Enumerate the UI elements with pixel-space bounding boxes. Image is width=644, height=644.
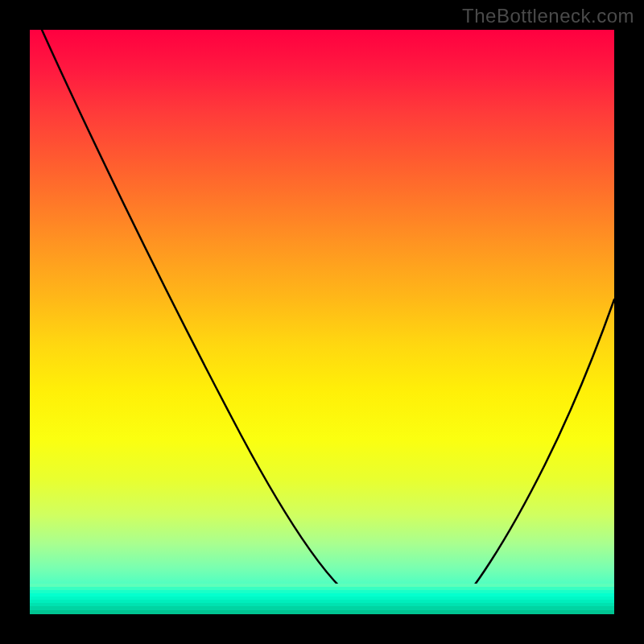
chart-plot-area: [30, 30, 614, 614]
chart-main-curve: [42, 30, 614, 610]
watermark-text: TheBottleneck.com: [462, 5, 634, 27]
chart-curve-svg: [30, 30, 614, 614]
chart-bottom-stripes: [30, 584, 614, 614]
stripe: [30, 610, 614, 614]
